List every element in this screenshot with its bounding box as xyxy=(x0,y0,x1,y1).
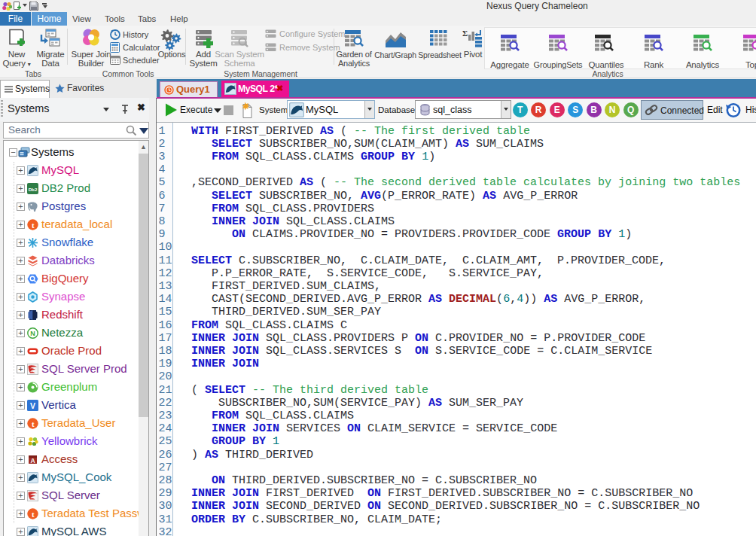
svg-text:A: A xyxy=(30,457,35,464)
svg-text:Σ: Σ xyxy=(462,29,468,38)
svg-text:t: t xyxy=(32,220,35,229)
svg-text:t: t xyxy=(32,509,35,518)
svg-text:N: N xyxy=(30,330,35,337)
svg-text:t: t xyxy=(32,419,35,428)
svg-text:V: V xyxy=(30,400,35,410)
svg-text:Db2: Db2 xyxy=(29,186,38,191)
